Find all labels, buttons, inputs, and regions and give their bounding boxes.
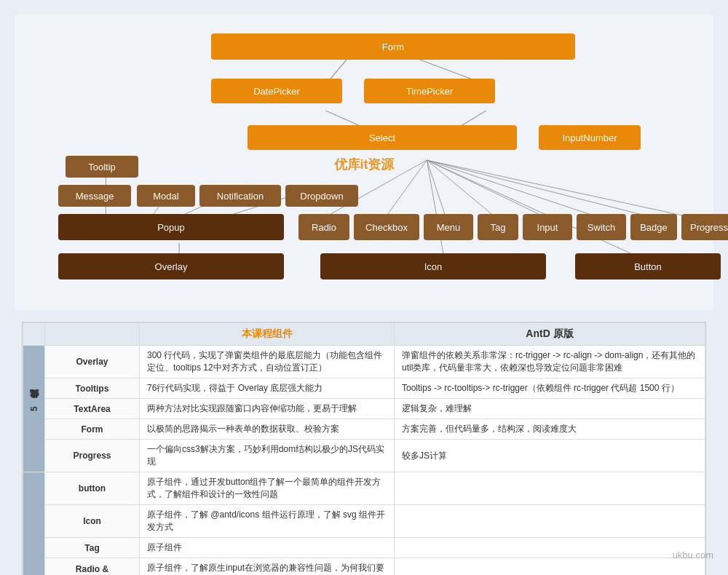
box-modal: Modal — [137, 185, 195, 207]
main-table: 本课程组件AntD 原版5大优化组件Overlay300 行代码，实现了弹窗类组… — [23, 322, 705, 575]
course-desc-cell: 原子组件 — [140, 538, 395, 558]
watermark: 优库it资源 — [334, 156, 395, 173]
box-form: Form — [211, 33, 575, 60]
component-name-cell: button — [45, 472, 140, 505]
antd-desc-cell — [395, 472, 705, 505]
box-input: Input — [523, 214, 572, 240]
course-desc-cell: 原子组件，了解 @antd/icons 组件运行原理，了解 svg 组件开发方式 — [140, 505, 395, 538]
course-desc-cell: 一个偏向css3解决方案，巧妙利用dom结构以极少的JS代码实现 — [140, 440, 395, 472]
component-name-cell: Form — [45, 419, 140, 440]
svg-line-9 — [427, 160, 598, 217]
component-name-cell: Tag — [45, 538, 140, 558]
box-badge: Badge — [630, 214, 677, 240]
course-desc-cell: 原子组件，通过开发button组件了解一个最简单的组件开发方式，了解组件和设计的… — [140, 472, 395, 505]
course-desc-cell: 以极简的思路揭示一种表单的数据获取、校验方案 — [140, 419, 395, 440]
table-row: Tag原子组件 — [23, 538, 705, 558]
component-name-cell: Overlay — [45, 346, 140, 378]
box-overlay: Overlay — [58, 253, 284, 279]
antd-desc-cell — [395, 538, 705, 558]
box-datepicker: DatePicker — [211, 79, 342, 103]
box-radio: Radio — [298, 214, 349, 240]
antd-desc-cell: Tooltips -> rc-tooltips-> rc-trigger（依赖组… — [395, 378, 705, 399]
group-label-0: 5大优化组件 — [23, 346, 45, 472]
diagram-section: FormDatePickerTimePickerSelectInputNumbe… — [15, 15, 713, 310]
course-desc-cell: 76行代码实现，得益于 Overlay 底层强大能力 — [140, 378, 395, 399]
table-row: Form以极简的思路揭示一种表单的数据获取、校验方案方案完善，但代码量多，结构深… — [23, 419, 705, 440]
component-name-cell: Tooltips — [45, 378, 140, 399]
component-name-cell: Radio & RadioGroup — [45, 558, 140, 576]
course-desc-cell: 两种方法对比实现跟随窗口内容伸缩功能，更易于理解 — [140, 399, 395, 419]
svg-line-13 — [427, 160, 643, 259]
antd-desc-cell: 方案完善，但代码量多，结构深，阅读难度大 — [395, 419, 705, 440]
table-row: Progress一个偏向css3解决方案，巧妙利用dom结构以极少的JS代码实现… — [23, 440, 705, 472]
box-menu: Menu — [424, 214, 473, 240]
box-checkbox: Checkbox — [354, 214, 419, 240]
box-popup: Popup — [58, 214, 284, 240]
svg-line-11 — [427, 160, 689, 217]
svg-line-8 — [427, 160, 545, 217]
box-timepicker: TimePicker — [364, 79, 495, 103]
box-icon: Icon — [320, 253, 546, 279]
table-section: 本课程组件AntD 原版5大优化组件Overlay300 行代码，实现了弹窗类组… — [22, 322, 706, 575]
antd-desc-cell — [395, 505, 705, 538]
watermark-bottom-label: ukbu.com — [673, 550, 713, 560]
box-dropdown: Dropdown — [285, 185, 358, 207]
group-label-1: 15个原生组件 — [23, 472, 45, 576]
table-row: Icon原子组件，了解 @antd/icons 组件运行原理，了解 svg 组件… — [23, 505, 705, 538]
table-wrapper: 本课程组件AntD 原版5大优化组件Overlay300 行代码，实现了弹窗类组… — [23, 322, 705, 575]
table-row: Radio & RadioGroup原子组件，了解原生input在浏览器的兼容性… — [23, 558, 705, 576]
svg-line-10 — [427, 160, 651, 217]
col-header-1 — [45, 323, 140, 346]
svg-line-5 — [386, 160, 427, 217]
box-notification: Notification — [199, 185, 281, 207]
box-tag: Tag — [478, 214, 518, 240]
antd-desc-cell: 较多JS计算 — [395, 440, 705, 472]
col-header-0 — [23, 323, 45, 346]
antd-desc-cell: 逻辑复杂，难理解 — [395, 399, 705, 419]
box-tooltip: Tooltip — [66, 156, 138, 178]
svg-line-12 — [427, 160, 444, 259]
svg-line-7 — [427, 160, 495, 217]
course-desc-cell: 300 行代码，实现了弹窗类组件的最底层能力（功能包含组件定位、tooltips… — [140, 346, 395, 378]
box-inputnumber: InputNumber — [539, 125, 641, 150]
component-name-cell: Progress — [45, 440, 140, 472]
table-container: 本课程组件AntD 原版5大优化组件Overlay300 行代码，实现了弹窗类组… — [23, 322, 705, 575]
table-row: 5大优化组件Overlay300 行代码，实现了弹窗类组件的最底层能力（功能包含… — [23, 346, 705, 378]
table-row: Tooltips76行代码实现，得益于 Overlay 底层强大能力Toolti… — [23, 378, 705, 399]
page-container: FormDatePickerTimePickerSelectInputNumbe… — [0, 0, 728, 575]
component-name-cell: TextArea — [45, 399, 140, 419]
box-progress: Progress — [681, 214, 728, 240]
box-message: Message — [58, 185, 131, 207]
col-header-3: AntD 原版 — [395, 323, 705, 346]
diagram-inner: FormDatePickerTimePickerSelectInputNumbe… — [29, 26, 699, 303]
table-row: TextArea两种方法对比实现跟随窗口内容伸缩功能，更易于理解逻辑复杂，难理解 — [23, 399, 705, 419]
course-desc-cell: 原子组件，了解原生input在浏览器的兼容性问题，为何我们要自己绘制react组… — [140, 558, 395, 576]
box-button: Button — [575, 253, 721, 279]
component-name-cell: Icon — [45, 505, 140, 538]
box-select: Select — [248, 125, 517, 150]
col-header-2: 本课程组件 — [140, 323, 395, 346]
svg-line-6 — [427, 160, 446, 217]
antd-desc-cell: 弹窗组件的依赖关系非常深：rc-trigger -> rc-align -> d… — [395, 346, 705, 378]
box-switch: Switch — [577, 214, 626, 240]
table-row: 15个原生组件button原子组件，通过开发button组件了解一个最简单的组件… — [23, 472, 705, 505]
antd-desc-cell — [395, 558, 705, 576]
